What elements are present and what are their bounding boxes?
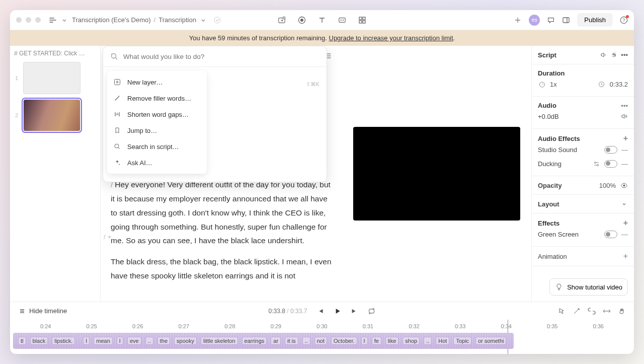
hand-icon[interactable] bbox=[618, 307, 626, 315]
word[interactable]: like bbox=[385, 337, 399, 345]
help-icon[interactable]: ? bbox=[620, 16, 628, 24]
blade-icon[interactable] bbox=[573, 307, 581, 315]
scene-1[interactable]: 1 bbox=[14, 62, 96, 94]
avatar[interactable]: es bbox=[529, 15, 540, 26]
plus-icon[interactable]: + bbox=[623, 219, 628, 228]
skip-forward-icon[interactable] bbox=[350, 307, 358, 315]
word[interactable]: it is bbox=[285, 337, 298, 345]
animation-header[interactable]: Animation bbox=[538, 253, 567, 260]
stretch-icon[interactable] bbox=[603, 307, 611, 315]
panel-icon[interactable] bbox=[562, 16, 570, 24]
green-screen-toggle[interactable] bbox=[604, 231, 617, 238]
timeline[interactable]: tl black lipstick. I mean I eve .. the s… bbox=[10, 333, 634, 354]
word[interactable]: earrings bbox=[242, 337, 267, 345]
chevron-down-icon[interactable] bbox=[199, 16, 207, 24]
upgrade-link[interactable]: Upgrade to increase your transcription l… bbox=[329, 34, 453, 42]
speed-icon[interactable] bbox=[538, 80, 546, 88]
menu-icon[interactable] bbox=[49, 16, 57, 24]
hide-timeline-button[interactable]: Hide timeline bbox=[18, 307, 67, 315]
more-icon[interactable]: ••• bbox=[621, 51, 628, 59]
link-icon[interactable] bbox=[588, 307, 596, 315]
remove-icon[interactable]: — bbox=[621, 231, 628, 238]
scene-1-thumb[interactable] bbox=[23, 62, 80, 94]
word[interactable]: shop bbox=[403, 337, 420, 345]
word[interactable]: the bbox=[157, 337, 170, 345]
publish-button[interactable]: Publish bbox=[577, 13, 613, 27]
word[interactable]: tl bbox=[18, 337, 26, 345]
transcript-paragraph-1[interactable]: /Hey everyone! Very different outfit of … bbox=[111, 178, 332, 248]
sliders-icon[interactable] bbox=[592, 160, 600, 168]
plus-icon[interactable]: + bbox=[623, 134, 628, 143]
word[interactable]: I bbox=[361, 337, 368, 345]
word[interactable]: I bbox=[83, 337, 90, 345]
remove-icon[interactable]: — bbox=[621, 160, 628, 168]
word[interactable]: lipstick. bbox=[52, 337, 75, 345]
palette-ask-ai[interactable]: Ask AI… bbox=[107, 155, 207, 171]
play-icon[interactable] bbox=[333, 307, 341, 315]
gain-value[interactable]: +0.0dB bbox=[538, 113, 559, 120]
palette-new-layer[interactable]: New layer… bbox=[107, 74, 207, 90]
word[interactable]: not bbox=[314, 337, 327, 345]
speaker-icon[interactable] bbox=[620, 112, 628, 120]
window-traffic-lights[interactable] bbox=[16, 17, 41, 23]
templates-icon[interactable] bbox=[358, 16, 366, 24]
scene-2-thumb[interactable] bbox=[23, 99, 80, 131]
opacity-value[interactable]: 100% bbox=[599, 182, 616, 189]
word[interactable]: eve bbox=[127, 337, 141, 345]
chevron-down-icon[interactable] bbox=[62, 16, 67, 24]
breadcrumb-project[interactable]: Transcription (Ece's Demo) bbox=[72, 16, 151, 24]
word[interactable]: .. bbox=[145, 337, 153, 345]
speaker-icon[interactable] bbox=[599, 51, 607, 59]
record-icon[interactable] bbox=[298, 16, 306, 24]
palette-search-script[interactable]: Search in script… bbox=[107, 138, 207, 155]
word[interactable]: black bbox=[30, 337, 48, 345]
studio-sound-toggle[interactable] bbox=[604, 146, 617, 154]
word[interactable]: October. bbox=[331, 337, 357, 345]
more-icon[interactable]: ••• bbox=[621, 102, 628, 109]
palette-jump-to[interactable]: Jump to… bbox=[107, 122, 207, 138]
slash-icon[interactable]: / bbox=[104, 233, 106, 241]
invite-icon[interactable] bbox=[514, 16, 522, 24]
tutorial-button[interactable]: Show tutorial video bbox=[549, 278, 628, 296]
plus-icon[interactable]: + bbox=[108, 233, 112, 241]
clip-track[interactable]: tl black lipstick. I mean I eve .. the s… bbox=[13, 333, 514, 349]
speed-value[interactable]: 1x bbox=[550, 81, 557, 88]
scene-2[interactable]: 2 bbox=[14, 99, 96, 131]
word[interactable]: mean bbox=[94, 337, 113, 345]
comments-icon[interactable] bbox=[547, 16, 555, 24]
chevron-down-icon[interactable] bbox=[620, 200, 628, 208]
layout-header[interactable]: Layout bbox=[538, 200, 559, 208]
line-gutter[interactable]: / + bbox=[104, 233, 111, 241]
video-preview[interactable] bbox=[353, 127, 520, 221]
word[interactable]: spooky bbox=[174, 337, 197, 345]
skip-back-icon[interactable] bbox=[316, 307, 324, 315]
loop-icon[interactable] bbox=[367, 307, 375, 315]
timeline-ruler[interactable]: 0:24 0:25 0:26 0:27 0:28 0:29 0:30 0:31 … bbox=[10, 320, 634, 333]
eye-icon[interactable] bbox=[620, 181, 628, 189]
word[interactable]: Hot bbox=[436, 337, 449, 345]
word[interactable]: .. bbox=[424, 337, 432, 345]
palette-search-input[interactable] bbox=[123, 53, 319, 60]
pointer-icon[interactable] bbox=[557, 307, 566, 315]
traffic-minimize[interactable] bbox=[26, 17, 31, 23]
word[interactable]: little skeleton bbox=[201, 337, 238, 345]
word[interactable]: ar bbox=[271, 337, 281, 345]
word[interactable]: .. bbox=[302, 337, 310, 345]
transcript-paragraph-2[interactable]: The black dress, the black bag, the blac… bbox=[111, 255, 332, 283]
breadcrumb-file[interactable]: Transcription bbox=[158, 16, 196, 24]
add-media-icon[interactable] bbox=[278, 16, 286, 24]
text-icon[interactable] bbox=[318, 16, 326, 24]
word[interactable]: I bbox=[117, 337, 123, 345]
plus-icon[interactable]: + bbox=[623, 252, 628, 261]
strike-s-icon[interactable]: S bbox=[612, 51, 616, 59]
remove-icon[interactable]: — bbox=[621, 146, 628, 154]
traffic-zoom[interactable] bbox=[35, 17, 41, 23]
captions-icon[interactable] bbox=[338, 16, 346, 24]
palette-remove-filler[interactable]: Remove filler words… bbox=[107, 90, 207, 106]
traffic-close[interactable] bbox=[16, 17, 22, 23]
word[interactable]: fe bbox=[372, 337, 381, 345]
ducking-toggle[interactable] bbox=[604, 160, 617, 168]
word[interactable]: Topic bbox=[453, 337, 471, 345]
word[interactable]: or somethi bbox=[475, 337, 506, 345]
palette-shorten-gaps[interactable]: A Shorten word gaps… bbox=[107, 106, 207, 122]
